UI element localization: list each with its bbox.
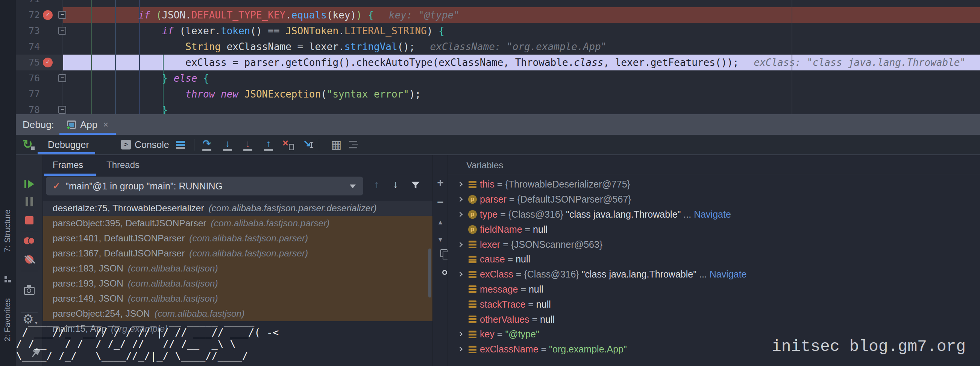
frame-row[interactable]: parse:1401, DefaultJSONParser(com.alibab… (43, 231, 433, 246)
variable-row[interactable]: ptype = {Class@316} "class java.lang.Thr… (448, 207, 980, 222)
variable-row[interactable]: pparser = {DefaultJSONParser@567} (448, 192, 980, 207)
line-number: 73 (16, 23, 40, 39)
frame-package: (com.alibaba.fastjson) (128, 278, 218, 288)
expand-chevron-icon[interactable] (454, 198, 466, 201)
frame-row[interactable]: parse:193, JSON(com.alibaba.fastjson) (43, 276, 433, 291)
evaluate-expression-button[interactable]: ▦ (331, 135, 342, 154)
tab-frames[interactable]: Frames (52, 160, 83, 170)
debugger-settings-button[interactable]: ⚙▾ (22, 312, 36, 326)
variable-row[interactable]: key = "@type" (448, 327, 980, 342)
navigate-link[interactable]: Navigate (710, 269, 747, 280)
remove-watch-button[interactable]: − (437, 197, 444, 208)
code-line-77[interactable]: 77 throw new JSONException("syntax error… (16, 86, 980, 102)
resume-button[interactable] (24, 180, 34, 188)
tab-threads[interactable]: Threads (107, 160, 140, 170)
tab-debugger[interactable]: Debugger (48, 135, 89, 154)
move-up-button[interactable]: ▲ (438, 217, 444, 228)
drop-frame-icon: × (282, 138, 295, 151)
frame-row[interactable]: deserialze:75, ThrowableDeserializer(com… (43, 201, 433, 216)
expand-chevron-icon[interactable] (454, 348, 466, 351)
view-options-button[interactable] (176, 135, 185, 154)
equals-sign: = (518, 284, 529, 295)
pause-button[interactable] (24, 197, 34, 208)
resume-icon (28, 180, 34, 188)
code-line-78[interactable]: 78− } (16, 102, 980, 114)
line-number: 71 (16, 0, 40, 7)
pause-icon (25, 197, 28, 206)
thread-dump-button[interactable] (24, 287, 35, 295)
layout-settings-button[interactable] (349, 135, 358, 154)
rerun-button[interactable]: ↻ (22, 135, 35, 154)
fold-marker-icon[interactable]: − (58, 106, 66, 114)
drop-frame-button[interactable]: × (282, 135, 295, 154)
variable-row[interactable]: message = null (448, 282, 980, 297)
variable-row[interactable]: lexer = {JSONScanner@563} (448, 237, 980, 252)
selected-tab-underline (38, 152, 95, 154)
debug-session-tab[interactable]: App × (59, 114, 116, 135)
toolwindow-favorites[interactable]: 2: Favorites (3, 298, 14, 342)
frame-row[interactable]: parse:183, JSON(com.alibaba.fastjson) (43, 261, 433, 276)
variable-row[interactable]: cause = null (448, 252, 980, 267)
prev-frame-button[interactable]: ↑ (374, 179, 379, 190)
pin-tab-button[interactable] (27, 345, 43, 361)
frame-row[interactable]: parse:149, JSON(com.alibaba.fastjson) (43, 291, 433, 306)
frame-package: (com.alibaba.fastjson.parser) (211, 218, 330, 228)
tab-debugger-label: Debugger (48, 139, 89, 150)
step-into-button[interactable]: ↓ (221, 135, 234, 154)
expand-chevron-icon[interactable] (454, 183, 466, 186)
variable-row[interactable]: exClass = {Class@316} "class java.lang.T… (448, 267, 980, 282)
force-step-into-button[interactable]: ↓ (242, 135, 254, 154)
variable-name: exClassName (480, 344, 539, 355)
variable-row[interactable]: pfieldName = null (448, 222, 980, 237)
code-line-75[interactable]: 75✓ exClass = parser.getConfig().checkAu… (16, 54, 980, 70)
move-down-button[interactable]: ▼ (438, 234, 444, 246)
frames-scrollbar[interactable] (428, 249, 431, 297)
code-line-74[interactable]: 74 String exClassName = lexer.stringVal(… (16, 39, 980, 54)
expand-chevron-icon[interactable] (454, 332, 466, 336)
fold-marker-icon[interactable]: − (58, 74, 66, 82)
debug-label: Debug: (22, 119, 54, 131)
next-frame-button[interactable]: ↓ (393, 179, 398, 190)
watches-actions-strip: + − ▲ ▼ (433, 155, 447, 366)
expand-chevron-icon[interactable] (454, 213, 466, 216)
fold-marker-icon[interactable]: − (58, 27, 66, 35)
tab-console[interactable]: > Console (121, 135, 169, 154)
run-to-cursor-button[interactable]: ↘I (302, 135, 315, 154)
code-line-71[interactable]: 71 (16, 0, 980, 7)
hide-frames-filter-button[interactable] (410, 180, 421, 192)
navigate-link[interactable]: Navigate (694, 209, 731, 220)
mute-breakpoints-button[interactable] (24, 254, 34, 264)
frame-row[interactable]: parseObject:395, DefaultJSONParser(com.a… (43, 216, 433, 231)
variable-row[interactable]: stackTrace = null (448, 297, 980, 312)
variable-row[interactable]: exClassName = "org.example.App" (448, 342, 980, 357)
add-watch-button[interactable]: + (437, 177, 444, 188)
code-text: if (JSON.DEFAULT_TYPE_KEY.equals(key)) {… (68, 7, 460, 23)
step-over-button[interactable]: ↷ (200, 135, 213, 154)
parameter-icon: p (468, 210, 477, 219)
code-line-76[interactable]: 76− } else { (16, 70, 980, 86)
expand-chevron-icon[interactable] (454, 243, 466, 246)
run-to-cursor-icon: ↘I (302, 138, 315, 151)
field-icon (469, 300, 476, 308)
code-line-72[interactable]: 72✓− if (JSON.DEFAULT_TYPE_KEY.equals(ke… (16, 7, 980, 23)
fold-marker-icon[interactable]: − (58, 11, 66, 19)
code-editor[interactable]: 7172✓− if (JSON.DEFAULT_TYPE_KEY.equals(… (16, 0, 980, 114)
toolwindow-structure[interactable]: 7: Structure (3, 209, 14, 252)
view-breakpoints-button[interactable] (24, 237, 35, 246)
close-icon[interactable]: × (103, 119, 108, 130)
variable-name: type (480, 209, 498, 220)
expand-chevron-icon[interactable] (454, 273, 466, 276)
frame-location: parse:1401, DefaultJSONParser (52, 233, 185, 243)
step-out-button[interactable]: ↑ (262, 135, 275, 154)
code-line-73[interactable]: 73− if (lexer.token() == JSONToken.LITER… (16, 23, 980, 39)
stop-button[interactable] (25, 216, 33, 224)
frame-row[interactable]: main:15, App(org.example) (43, 321, 433, 336)
breakpoint-icon[interactable]: ✓ (43, 58, 52, 67)
frame-row[interactable]: parseObject:254, JSON(com.alibaba.fastjs… (43, 306, 433, 321)
variable-row[interactable]: otherValues = null (448, 312, 980, 327)
frame-row[interactable]: parse:1367, DefaultJSONParser(com.alibab… (43, 246, 433, 261)
thread-selector[interactable]: ✓ "main"@1 in group "main": RUNNING (46, 177, 363, 195)
breakpoint-icon[interactable]: ✓ (43, 10, 52, 20)
glasses-icon (442, 270, 447, 275)
variable-row[interactable]: this = {ThrowableDeserializer@775} (448, 177, 980, 192)
